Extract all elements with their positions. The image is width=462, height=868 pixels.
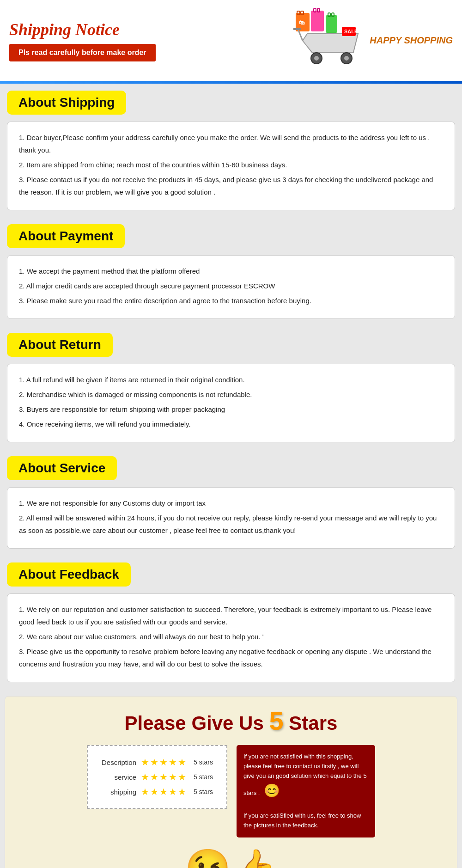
shipping-item-2: 2. Item are shipped from china; reach mo… bbox=[19, 159, 443, 171]
return-section: About Return 1. A full refund will be gi… bbox=[0, 326, 462, 449]
happy-shopping-label: HAPPY SHOPPING bbox=[370, 35, 453, 46]
shipping-content: 1. Dear buyer,Please confirm your addres… bbox=[7, 122, 455, 210]
dark-info-box: If you are not satisfied with this shopp… bbox=[237, 745, 375, 837]
service-section: About Service 1. We are not responsible … bbox=[0, 449, 462, 556]
feedback-section: About Feedback 1. We rely on our reputat… bbox=[0, 556, 462, 689]
service-item-2: 2. All email will be answered within 24 … bbox=[19, 512, 443, 537]
service-content: 1. We are not responsible for any Custom… bbox=[7, 487, 455, 549]
svg-text:SALE: SALE bbox=[344, 29, 358, 34]
rating-row-service: service ★★★★★ 5 stars bbox=[99, 771, 215, 782]
page-header: Shipping Notice Pls read carefully befor… bbox=[0, 0, 462, 81]
shipping-item-1: 1. Dear buyer,Please confirm your addres… bbox=[19, 131, 443, 156]
return-content: 1. A full refund will be given if items … bbox=[7, 364, 455, 442]
header-left: Shipping Notice Pls read carefully befor… bbox=[9, 20, 156, 61]
return-heading: About Return bbox=[7, 333, 113, 357]
header-right: 🛍 SALE HAPPY SHOPPING bbox=[293, 8, 453, 73]
header-subtitle: Pls read carefully before make order bbox=[9, 44, 156, 61]
rating-row-description: Description ★★★★★ 5 stars bbox=[99, 757, 215, 768]
svg-point-14 bbox=[344, 56, 349, 61]
payment-content: 1. We accept the payment method that the… bbox=[7, 255, 455, 319]
payment-item-2: 2. All major credit cards are accepted t… bbox=[19, 280, 443, 292]
shipping-heading: About Shipping bbox=[7, 91, 126, 115]
payment-heading: About Payment bbox=[7, 224, 125, 248]
service-item-1: 1. We are not responsible for any Custom… bbox=[19, 497, 443, 509]
payment-item-1: 1. We accept the payment method that the… bbox=[19, 265, 443, 277]
shipping-section: About Shipping 1. Dear buyer,Please conf… bbox=[0, 84, 462, 217]
payment-section: About Payment 1. We accept the payment m… bbox=[0, 217, 462, 326]
page-title: Shipping Notice bbox=[9, 20, 156, 39]
payment-item-3: 3. Please make sure you read the entire … bbox=[19, 294, 443, 307]
return-item-3: 3. Buyers are responsible for return shi… bbox=[19, 403, 443, 416]
wink-emoji: 😉👍 bbox=[14, 847, 448, 868]
service-heading: About Service bbox=[7, 456, 117, 480]
rating-row-shipping: shipping ★★★★★ 5 stars bbox=[99, 786, 215, 797]
feedback-item-3: 3. Please give us the opportunity to res… bbox=[19, 645, 443, 670]
rating-table: Description ★★★★★ 5 stars service ★★★★★ … bbox=[87, 745, 227, 809]
return-item-4: 4. Once receiving items, we will refund … bbox=[19, 418, 443, 430]
return-item-2: 2. Merchandise which is damaged or missi… bbox=[19, 388, 443, 401]
feedback-content: 1. We rely on our reputation and custome… bbox=[7, 593, 455, 682]
svg-rect-7 bbox=[326, 15, 337, 33]
feedback-heading: About Feedback bbox=[7, 562, 131, 587]
return-item-1: 1. A full refund will be given if items … bbox=[19, 373, 443, 386]
svg-text:🛍: 🛍 bbox=[299, 19, 305, 26]
svg-rect-4 bbox=[311, 11, 324, 31]
smiley-icon: 😊 bbox=[264, 781, 280, 801]
stars-row: Description ★★★★★ 5 stars service ★★★★★ … bbox=[14, 745, 448, 837]
stars-section: Please Give Us 5 Stars Description ★★★★★… bbox=[5, 696, 457, 868]
dark-box-text-2: If you are satiSfied with us, feel free … bbox=[243, 811, 368, 831]
feedback-item-2: 2. We care about our value customers, an… bbox=[19, 630, 443, 643]
dark-box-text-1: If you are not satisfied with this shopp… bbox=[243, 752, 368, 801]
svg-point-12 bbox=[314, 56, 319, 61]
shopping-cart-icon: 🛍 SALE bbox=[293, 8, 367, 73]
shipping-item-3: 3. Please contact us if you do not recei… bbox=[19, 173, 443, 198]
feedback-item-1: 1. We rely on our reputation and custome… bbox=[19, 603, 443, 628]
give-us-stars-title: Please Give Us 5 Stars bbox=[14, 706, 448, 736]
